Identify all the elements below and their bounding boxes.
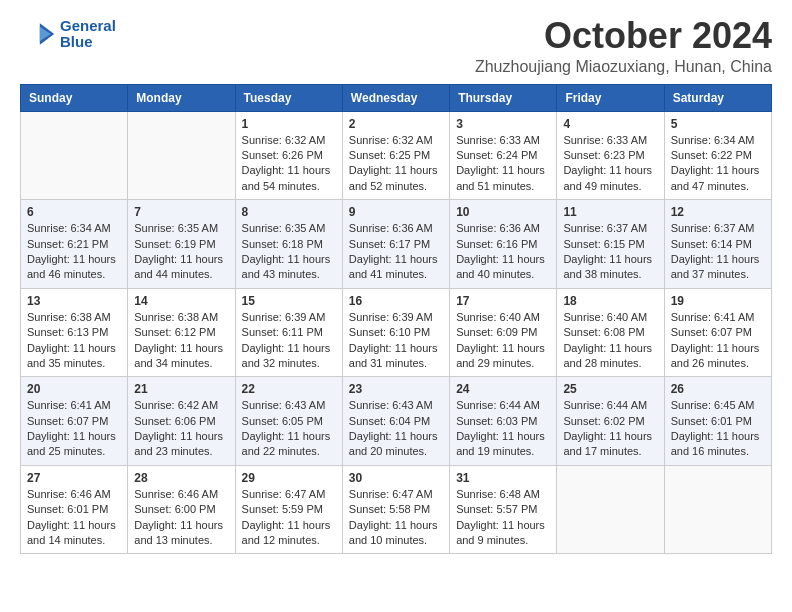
day-number: 19 [671, 294, 765, 308]
logo-line2: Blue [60, 33, 93, 50]
day-info: Sunset: 6:12 PM [134, 325, 228, 340]
day-number: 11 [563, 205, 657, 219]
calendar-cell [21, 111, 128, 200]
day-info: Daylight: 11 hours and 31 minutes. [349, 341, 443, 372]
day-info: Sunset: 6:19 PM [134, 237, 228, 252]
day-info: Sunset: 6:26 PM [242, 148, 336, 163]
calendar-cell: 17Sunrise: 6:40 AMSunset: 6:09 PMDayligh… [450, 288, 557, 377]
calendar-cell: 24Sunrise: 6:44 AMSunset: 6:03 PMDayligh… [450, 377, 557, 466]
calendar-cell: 20Sunrise: 6:41 AMSunset: 6:07 PMDayligh… [21, 377, 128, 466]
month-title: October 2024 [475, 16, 772, 56]
day-number: 26 [671, 382, 765, 396]
day-info: Sunset: 6:05 PM [242, 414, 336, 429]
day-number: 2 [349, 117, 443, 131]
calendar-cell: 12Sunrise: 6:37 AMSunset: 6:14 PMDayligh… [664, 200, 771, 289]
calendar-cell: 7Sunrise: 6:35 AMSunset: 6:19 PMDaylight… [128, 200, 235, 289]
day-number: 13 [27, 294, 121, 308]
calendar-cell: 16Sunrise: 6:39 AMSunset: 6:10 PMDayligh… [342, 288, 449, 377]
day-info: Sunrise: 6:38 AM [27, 310, 121, 325]
calendar-cell [128, 111, 235, 200]
calendar-cell: 25Sunrise: 6:44 AMSunset: 6:02 PMDayligh… [557, 377, 664, 466]
day-info: Daylight: 11 hours and 44 minutes. [134, 252, 228, 283]
day-info: Sunrise: 6:39 AM [349, 310, 443, 325]
day-number: 1 [242, 117, 336, 131]
day-info: Daylight: 11 hours and 35 minutes. [27, 341, 121, 372]
calendar-cell: 15Sunrise: 6:39 AMSunset: 6:11 PMDayligh… [235, 288, 342, 377]
day-info: Sunset: 6:01 PM [671, 414, 765, 429]
day-info: Sunset: 5:57 PM [456, 502, 550, 517]
calendar-cell: 11Sunrise: 6:37 AMSunset: 6:15 PMDayligh… [557, 200, 664, 289]
logo-icon [20, 16, 56, 52]
day-info: Sunset: 6:07 PM [671, 325, 765, 340]
calendar-cell: 18Sunrise: 6:40 AMSunset: 6:08 PMDayligh… [557, 288, 664, 377]
day-info: Daylight: 11 hours and 20 minutes. [349, 429, 443, 460]
day-number: 14 [134, 294, 228, 308]
day-info: Sunrise: 6:46 AM [134, 487, 228, 502]
page-header: General Blue October 2024 Zhuzhoujiang M… [20, 16, 772, 76]
day-info: Daylight: 11 hours and 22 minutes. [242, 429, 336, 460]
day-number: 25 [563, 382, 657, 396]
day-info: Daylight: 11 hours and 41 minutes. [349, 252, 443, 283]
calendar-table: SundayMondayTuesdayWednesdayThursdayFrid… [20, 84, 772, 555]
day-info: Sunset: 6:08 PM [563, 325, 657, 340]
calendar-cell: 31Sunrise: 6:48 AMSunset: 5:57 PMDayligh… [450, 465, 557, 554]
day-info: Daylight: 11 hours and 17 minutes. [563, 429, 657, 460]
day-info: Sunset: 6:13 PM [27, 325, 121, 340]
day-info: Sunrise: 6:33 AM [456, 133, 550, 148]
day-info: Daylight: 11 hours and 54 minutes. [242, 163, 336, 194]
day-info: Daylight: 11 hours and 46 minutes. [27, 252, 121, 283]
logo-text: General Blue [60, 18, 116, 51]
calendar-cell: 28Sunrise: 6:46 AMSunset: 6:00 PMDayligh… [128, 465, 235, 554]
calendar-cell: 30Sunrise: 6:47 AMSunset: 5:58 PMDayligh… [342, 465, 449, 554]
day-info: Sunrise: 6:37 AM [563, 221, 657, 236]
day-info: Sunrise: 6:32 AM [242, 133, 336, 148]
calendar-body: 1Sunrise: 6:32 AMSunset: 6:26 PMDaylight… [21, 111, 772, 554]
day-info: Sunset: 6:17 PM [349, 237, 443, 252]
day-number: 27 [27, 471, 121, 485]
day-info: Sunrise: 6:39 AM [242, 310, 336, 325]
day-info: Sunrise: 6:33 AM [563, 133, 657, 148]
calendar-cell: 19Sunrise: 6:41 AMSunset: 6:07 PMDayligh… [664, 288, 771, 377]
day-number: 9 [349, 205, 443, 219]
day-info: Sunrise: 6:45 AM [671, 398, 765, 413]
day-number: 17 [456, 294, 550, 308]
day-info: Sunrise: 6:43 AM [349, 398, 443, 413]
day-info: Daylight: 11 hours and 38 minutes. [563, 252, 657, 283]
logo-line1: General [60, 17, 116, 34]
day-info: Sunset: 6:21 PM [27, 237, 121, 252]
day-info: Sunset: 6:03 PM [456, 414, 550, 429]
day-info: Sunrise: 6:44 AM [456, 398, 550, 413]
day-info: Sunset: 6:04 PM [349, 414, 443, 429]
day-number: 8 [242, 205, 336, 219]
day-info: Daylight: 11 hours and 52 minutes. [349, 163, 443, 194]
day-info: Sunrise: 6:37 AM [671, 221, 765, 236]
calendar-header-row: SundayMondayTuesdayWednesdayThursdayFrid… [21, 84, 772, 111]
calendar-cell: 26Sunrise: 6:45 AMSunset: 6:01 PMDayligh… [664, 377, 771, 466]
day-info: Daylight: 11 hours and 16 minutes. [671, 429, 765, 460]
day-number: 5 [671, 117, 765, 131]
calendar-day-header: Wednesday [342, 84, 449, 111]
day-number: 28 [134, 471, 228, 485]
calendar-cell: 23Sunrise: 6:43 AMSunset: 6:04 PMDayligh… [342, 377, 449, 466]
day-info: Sunset: 6:16 PM [456, 237, 550, 252]
calendar-cell: 8Sunrise: 6:35 AMSunset: 6:18 PMDaylight… [235, 200, 342, 289]
day-info: Daylight: 11 hours and 10 minutes. [349, 518, 443, 549]
day-info: Sunset: 6:09 PM [456, 325, 550, 340]
day-number: 20 [27, 382, 121, 396]
calendar-cell: 27Sunrise: 6:46 AMSunset: 6:01 PMDayligh… [21, 465, 128, 554]
calendar-cell: 14Sunrise: 6:38 AMSunset: 6:12 PMDayligh… [128, 288, 235, 377]
calendar-cell: 5Sunrise: 6:34 AMSunset: 6:22 PMDaylight… [664, 111, 771, 200]
day-info: Daylight: 11 hours and 12 minutes. [242, 518, 336, 549]
calendar-cell: 13Sunrise: 6:38 AMSunset: 6:13 PMDayligh… [21, 288, 128, 377]
day-info: Sunrise: 6:34 AM [671, 133, 765, 148]
day-info: Sunset: 6:11 PM [242, 325, 336, 340]
calendar-cell [664, 465, 771, 554]
calendar-day-header: Friday [557, 84, 664, 111]
day-info: Sunset: 6:02 PM [563, 414, 657, 429]
calendar-week-row: 27Sunrise: 6:46 AMSunset: 6:01 PMDayligh… [21, 465, 772, 554]
day-info: Sunrise: 6:40 AM [563, 310, 657, 325]
day-info: Sunrise: 6:36 AM [456, 221, 550, 236]
day-info: Sunrise: 6:40 AM [456, 310, 550, 325]
calendar-cell: 4Sunrise: 6:33 AMSunset: 6:23 PMDaylight… [557, 111, 664, 200]
calendar-day-header: Thursday [450, 84, 557, 111]
